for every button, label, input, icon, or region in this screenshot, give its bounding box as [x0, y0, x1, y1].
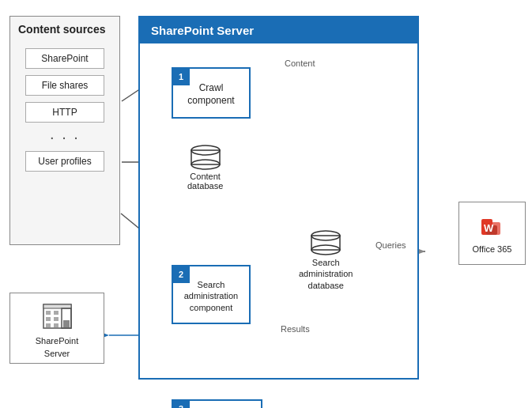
svg-rect-31 — [54, 317, 58, 321]
crawl-number: 1 — [172, 68, 190, 85]
building-icon — [40, 297, 75, 332]
svg-rect-28 — [46, 317, 51, 321]
query-component: 3 Queryprocessingcomponent — [172, 399, 262, 408]
sp-bottom-label: SharePointServer — [36, 335, 78, 360]
results-arrow-label: Results — [281, 324, 310, 334]
crawl-label: Crawlcomponent — [184, 76, 237, 110]
svg-rect-19 — [311, 236, 340, 250]
queries-arrow-label: Queries — [375, 240, 406, 250]
content-db: Contentdatabase — [187, 144, 223, 191]
office365-icon: W — [478, 213, 507, 241]
search-admin-db: Searchadministrationdatabase — [299, 229, 353, 291]
crawl-component: 1 Crawlcomponent — [172, 67, 251, 119]
content-db-label: Contentdatabase — [187, 172, 223, 191]
sp-bottom-box: SharePointServer — [9, 293, 104, 364]
search-admin-component: 2 Searchadministrationcomponent — [172, 265, 251, 324]
office365-box: W Office 365 — [458, 202, 526, 265]
content-sources-box: Content sources SharePoint File shares H… — [9, 16, 120, 245]
svg-rect-33 — [63, 320, 70, 328]
svg-text:W: W — [484, 222, 494, 234]
svg-rect-32 — [54, 323, 58, 327]
source-sharepoint: SharePoint — [25, 48, 104, 69]
source-fileshares: File shares — [25, 75, 104, 96]
svg-rect-29 — [46, 323, 51, 327]
content-db-icon — [190, 144, 221, 172]
source-dots: · · · — [10, 129, 119, 145]
office365-label: Office 365 — [473, 244, 512, 254]
search-admin-label: Searchadministrationcomponent — [181, 273, 241, 316]
svg-rect-27 — [46, 311, 51, 315]
query-label: Queryprocessingcomponent — [192, 403, 241, 408]
query-number: 3 — [172, 400, 190, 408]
content-arrow-label: Content — [285, 59, 315, 68]
svg-rect-30 — [54, 311, 58, 315]
search-admin-number: 2 — [172, 266, 190, 283]
sharepoint-server-box: SharePoint Server 1 Crawlcomponent 2 Sea… — [138, 16, 419, 380]
content-sources-title: Content sources — [10, 17, 119, 42]
search-admin-db-label: Searchadministrationdatabase — [299, 257, 353, 291]
source-http: HTTP — [25, 102, 104, 123]
sharepoint-server-title: SharePoint Server — [140, 17, 417, 43]
search-admin-db-icon — [310, 229, 341, 257]
source-userprofiles: User profiles — [25, 151, 104, 172]
diagram: Content sources SharePoint File shares H… — [0, 0, 532, 408]
svg-rect-16 — [191, 150, 220, 164]
